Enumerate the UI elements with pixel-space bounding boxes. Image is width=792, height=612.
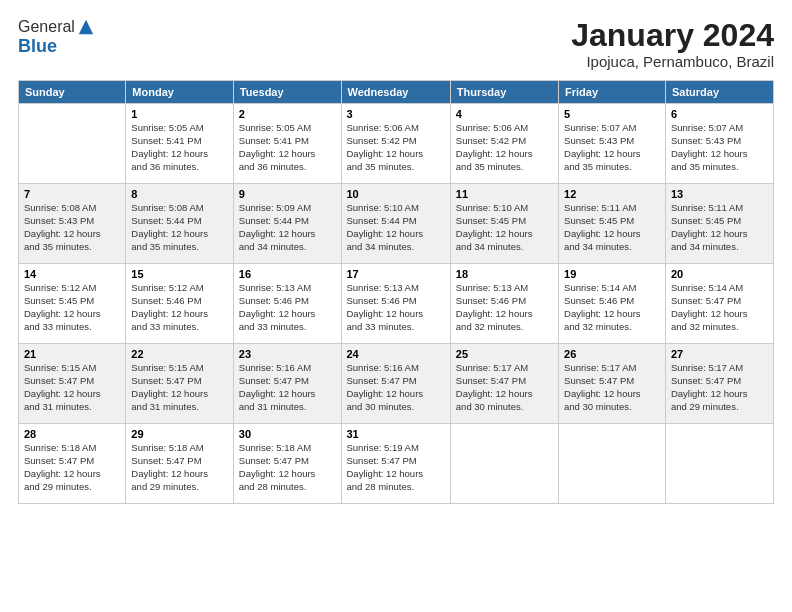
day-info: Sunrise: 5:15 AM Sunset: 5:47 PM Dayligh… (131, 362, 227, 413)
day-info: Sunrise: 5:18 AM Sunset: 5:47 PM Dayligh… (131, 442, 227, 493)
table-row: 20Sunrise: 5:14 AM Sunset: 5:47 PM Dayli… (665, 264, 773, 344)
day-info: Sunrise: 5:13 AM Sunset: 5:46 PM Dayligh… (239, 282, 336, 333)
calendar-week-row: 21Sunrise: 5:15 AM Sunset: 5:47 PM Dayli… (19, 344, 774, 424)
table-row (559, 424, 666, 504)
col-friday: Friday (559, 81, 666, 104)
table-row: 27Sunrise: 5:17 AM Sunset: 5:47 PM Dayli… (665, 344, 773, 424)
day-number: 3 (347, 108, 445, 120)
day-info: Sunrise: 5:14 AM Sunset: 5:47 PM Dayligh… (671, 282, 768, 333)
col-sunday: Sunday (19, 81, 126, 104)
day-info: Sunrise: 5:08 AM Sunset: 5:44 PM Dayligh… (131, 202, 227, 253)
day-number: 12 (564, 188, 660, 200)
day-number: 16 (239, 268, 336, 280)
logo: General Blue (18, 18, 95, 57)
table-row: 3Sunrise: 5:06 AM Sunset: 5:42 PM Daylig… (341, 104, 450, 184)
table-row: 17Sunrise: 5:13 AM Sunset: 5:46 PM Dayli… (341, 264, 450, 344)
day-info: Sunrise: 5:12 AM Sunset: 5:45 PM Dayligh… (24, 282, 120, 333)
table-row: 5Sunrise: 5:07 AM Sunset: 5:43 PM Daylig… (559, 104, 666, 184)
day-number: 5 (564, 108, 660, 120)
col-monday: Monday (126, 81, 233, 104)
table-row: 9Sunrise: 5:09 AM Sunset: 5:44 PM Daylig… (233, 184, 341, 264)
table-row: 25Sunrise: 5:17 AM Sunset: 5:47 PM Dayli… (450, 344, 558, 424)
day-number: 22 (131, 348, 227, 360)
logo-icon (77, 18, 95, 36)
calendar-week-row: 28Sunrise: 5:18 AM Sunset: 5:47 PM Dayli… (19, 424, 774, 504)
day-number: 10 (347, 188, 445, 200)
col-thursday: Thursday (450, 81, 558, 104)
day-info: Sunrise: 5:18 AM Sunset: 5:47 PM Dayligh… (239, 442, 336, 493)
day-number: 14 (24, 268, 120, 280)
day-info: Sunrise: 5:08 AM Sunset: 5:43 PM Dayligh… (24, 202, 120, 253)
table-row: 8Sunrise: 5:08 AM Sunset: 5:44 PM Daylig… (126, 184, 233, 264)
day-number: 15 (131, 268, 227, 280)
day-number: 28 (24, 428, 120, 440)
day-info: Sunrise: 5:17 AM Sunset: 5:47 PM Dayligh… (564, 362, 660, 413)
table-row: 30Sunrise: 5:18 AM Sunset: 5:47 PM Dayli… (233, 424, 341, 504)
day-number: 9 (239, 188, 336, 200)
table-row: 23Sunrise: 5:16 AM Sunset: 5:47 PM Dayli… (233, 344, 341, 424)
location: Ipojuca, Pernambuco, Brazil (571, 53, 774, 70)
day-number: 1 (131, 108, 227, 120)
calendar-week-row: 7Sunrise: 5:08 AM Sunset: 5:43 PM Daylig… (19, 184, 774, 264)
day-info: Sunrise: 5:09 AM Sunset: 5:44 PM Dayligh… (239, 202, 336, 253)
table-row: 21Sunrise: 5:15 AM Sunset: 5:47 PM Dayli… (19, 344, 126, 424)
day-number: 8 (131, 188, 227, 200)
table-row: 24Sunrise: 5:16 AM Sunset: 5:47 PM Dayli… (341, 344, 450, 424)
day-number: 19 (564, 268, 660, 280)
col-wednesday: Wednesday (341, 81, 450, 104)
table-row (19, 104, 126, 184)
day-info: Sunrise: 5:14 AM Sunset: 5:46 PM Dayligh… (564, 282, 660, 333)
day-number: 7 (24, 188, 120, 200)
day-info: Sunrise: 5:19 AM Sunset: 5:47 PM Dayligh… (347, 442, 445, 493)
day-info: Sunrise: 5:15 AM Sunset: 5:47 PM Dayligh… (24, 362, 120, 413)
day-number: 20 (671, 268, 768, 280)
day-info: Sunrise: 5:07 AM Sunset: 5:43 PM Dayligh… (564, 122, 660, 173)
table-row: 2Sunrise: 5:05 AM Sunset: 5:41 PM Daylig… (233, 104, 341, 184)
table-row: 16Sunrise: 5:13 AM Sunset: 5:46 PM Dayli… (233, 264, 341, 344)
table-row: 7Sunrise: 5:08 AM Sunset: 5:43 PM Daylig… (19, 184, 126, 264)
day-number: 21 (24, 348, 120, 360)
day-info: Sunrise: 5:06 AM Sunset: 5:42 PM Dayligh… (456, 122, 553, 173)
svg-marker-0 (79, 20, 93, 34)
page: General Blue January 2024 Ipojuca, Perna… (0, 0, 792, 612)
day-info: Sunrise: 5:05 AM Sunset: 5:41 PM Dayligh… (239, 122, 336, 173)
calendar-table: Sunday Monday Tuesday Wednesday Thursday… (18, 80, 774, 504)
title-block: January 2024 Ipojuca, Pernambuco, Brazil (571, 18, 774, 70)
day-info: Sunrise: 5:13 AM Sunset: 5:46 PM Dayligh… (456, 282, 553, 333)
day-info: Sunrise: 5:05 AM Sunset: 5:41 PM Dayligh… (131, 122, 227, 173)
table-row: 11Sunrise: 5:10 AM Sunset: 5:45 PM Dayli… (450, 184, 558, 264)
table-row (450, 424, 558, 504)
day-info: Sunrise: 5:17 AM Sunset: 5:47 PM Dayligh… (671, 362, 768, 413)
day-number: 26 (564, 348, 660, 360)
day-number: 17 (347, 268, 445, 280)
table-row: 19Sunrise: 5:14 AM Sunset: 5:46 PM Dayli… (559, 264, 666, 344)
day-info: Sunrise: 5:11 AM Sunset: 5:45 PM Dayligh… (564, 202, 660, 253)
col-saturday: Saturday (665, 81, 773, 104)
day-number: 2 (239, 108, 336, 120)
day-info: Sunrise: 5:06 AM Sunset: 5:42 PM Dayligh… (347, 122, 445, 173)
day-info: Sunrise: 5:11 AM Sunset: 5:45 PM Dayligh… (671, 202, 768, 253)
table-row: 6Sunrise: 5:07 AM Sunset: 5:43 PM Daylig… (665, 104, 773, 184)
day-number: 25 (456, 348, 553, 360)
day-info: Sunrise: 5:12 AM Sunset: 5:46 PM Dayligh… (131, 282, 227, 333)
logo-general-text: General (18, 18, 75, 36)
day-info: Sunrise: 5:07 AM Sunset: 5:43 PM Dayligh… (671, 122, 768, 173)
day-number: 30 (239, 428, 336, 440)
table-row: 26Sunrise: 5:17 AM Sunset: 5:47 PM Dayli… (559, 344, 666, 424)
table-row: 29Sunrise: 5:18 AM Sunset: 5:47 PM Dayli… (126, 424, 233, 504)
day-number: 13 (671, 188, 768, 200)
day-number: 18 (456, 268, 553, 280)
day-info: Sunrise: 5:13 AM Sunset: 5:46 PM Dayligh… (347, 282, 445, 333)
table-row: 31Sunrise: 5:19 AM Sunset: 5:47 PM Dayli… (341, 424, 450, 504)
calendar-week-row: 1Sunrise: 5:05 AM Sunset: 5:41 PM Daylig… (19, 104, 774, 184)
day-number: 31 (347, 428, 445, 440)
day-info: Sunrise: 5:10 AM Sunset: 5:44 PM Dayligh… (347, 202, 445, 253)
day-info: Sunrise: 5:17 AM Sunset: 5:47 PM Dayligh… (456, 362, 553, 413)
day-number: 29 (131, 428, 227, 440)
table-row (665, 424, 773, 504)
table-row: 1Sunrise: 5:05 AM Sunset: 5:41 PM Daylig… (126, 104, 233, 184)
table-row: 22Sunrise: 5:15 AM Sunset: 5:47 PM Dayli… (126, 344, 233, 424)
table-row: 4Sunrise: 5:06 AM Sunset: 5:42 PM Daylig… (450, 104, 558, 184)
day-info: Sunrise: 5:10 AM Sunset: 5:45 PM Dayligh… (456, 202, 553, 253)
table-row: 10Sunrise: 5:10 AM Sunset: 5:44 PM Dayli… (341, 184, 450, 264)
